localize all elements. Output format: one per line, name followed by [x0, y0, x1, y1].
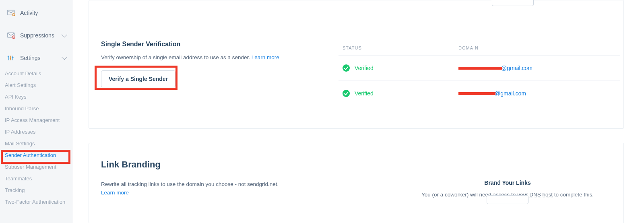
sliders-icon [7, 55, 15, 61]
status-text: Verified [355, 90, 374, 97]
redacted-text [458, 92, 495, 95]
col-status-header: STATUS [343, 45, 458, 50]
envelope-search-icon [7, 10, 15, 16]
lb-description: Rewrite all tracking links to use the do… [101, 180, 326, 189]
sidebar-item-alert-settings[interactable]: Alert Settings [0, 79, 72, 91]
sidebar-item-label: Suppressions [20, 32, 54, 39]
sidebar-item-ip-access[interactable]: IP Access Management [0, 114, 72, 126]
table-row: Verified @gmail.com [339, 55, 620, 81]
table-row: Verified @gmail.com [339, 81, 620, 106]
lb-learn-link[interactable]: Learn more [101, 190, 326, 196]
domain-link[interactable]: @gmail.com [458, 90, 526, 97]
link-branding-panel: Link Branding Rewrite all tracking links… [89, 143, 624, 223]
single-sender-panel: Single Sender Verification Verify owners… [89, 0, 624, 129]
redacted-text [458, 67, 502, 70]
status-text: Verified [355, 65, 374, 71]
sidebar-item-tracking[interactable]: Tracking [0, 184, 72, 196]
sidebar-item-label: Settings [20, 55, 41, 61]
domain-suffix: @gmail.com [501, 65, 533, 71]
sidebar-item-settings[interactable]: Settings [0, 51, 72, 65]
main-content: Single Sender Verification Verify owners… [72, 0, 644, 223]
sidebar-item-teammates[interactable]: Teammates [0, 173, 72, 184]
check-icon [343, 64, 350, 72]
check-icon [343, 90, 350, 97]
ssv-learn-link[interactable]: Learn more [252, 54, 279, 60]
svg-rect-9 [10, 58, 11, 59]
ssv-description: Verify ownership of a single email addre… [101, 54, 326, 62]
domain-link[interactable]: @gmail.com [458, 65, 533, 71]
svg-rect-7 [8, 56, 9, 57]
sidebar: Activity Suppressions Settings Account D… [0, 0, 72, 223]
sidebar-item-api-keys[interactable]: API Keys [0, 91, 72, 103]
sidebar-item-activity[interactable]: Activity [0, 6, 72, 20]
sidebar-item-inbound-parse[interactable]: Inbound Parse [0, 103, 72, 114]
envelope-block-icon [7, 32, 15, 39]
verify-single-sender-button[interactable]: Verify a Single Sender [101, 70, 175, 87]
dns-host-tooltip[interactable]: DNS host [529, 192, 553, 198]
sidebar-item-two-factor[interactable]: Two-Factor Authentication [0, 196, 72, 208]
sidebar-item-mail-settings[interactable]: Mail Settings [0, 138, 72, 149]
settings-submenu: Account Details Alert Settings API Keys … [0, 68, 72, 208]
svg-line-2 [14, 15, 16, 16]
domain-suffix: @gmail.com [495, 90, 526, 97]
partial-button-top[interactable] [492, 0, 534, 6]
chevron-down-icon [62, 32, 67, 37]
lb-subtitle: Brand Your Links [399, 180, 616, 186]
lb-title: Link Branding [101, 159, 326, 170]
sidebar-item-subuser-management[interactable]: Subuser Management [0, 161, 72, 173]
svg-rect-11 [12, 57, 14, 58]
chevron-down-icon [62, 54, 67, 60]
col-domain-header: DOMAIN [458, 45, 616, 50]
sidebar-item-ip-addresses[interactable]: IP Addresses [0, 126, 72, 138]
sidebar-item-account-details[interactable]: Account Details [0, 68, 72, 79]
lb-note-post: to complete this. [553, 192, 594, 198]
table-header: STATUS DOMAIN [339, 41, 620, 55]
sidebar-item-sender-authentication[interactable]: Sender Authentication [0, 149, 72, 161]
ssv-desc-text: Verify ownership of a single email addre… [101, 54, 252, 60]
ssv-title: Single Sender Verification [101, 41, 326, 48]
sidebar-item-label: Activity [20, 10, 38, 16]
sidebar-item-suppressions[interactable]: Suppressions [0, 28, 72, 43]
partial-button-bottom[interactable] [487, 195, 528, 204]
ssv-table: STATUS DOMAIN Verified @gmail.com Verifi… [339, 41, 620, 106]
